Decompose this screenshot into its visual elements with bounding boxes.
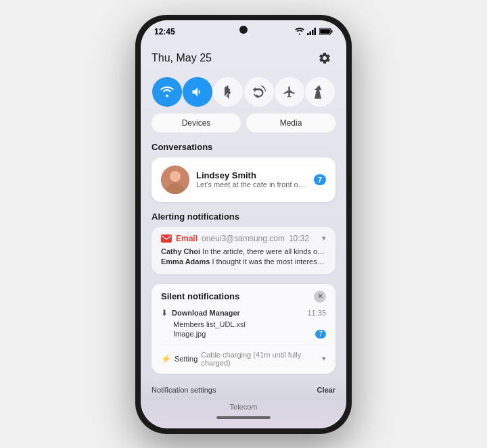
- file-name-1: Members list_UDL.xsl: [161, 320, 326, 328]
- signal-status-icon: [307, 28, 317, 35]
- gear-icon: [318, 51, 331, 65]
- bluetooth-toggle[interactable]: [213, 77, 243, 107]
- silent-section: Silent notifications ✕ ⬇ Download Manage…: [152, 284, 335, 374]
- close-silent-button[interactable]: ✕: [314, 291, 326, 303]
- svg-point-8: [170, 171, 181, 182]
- flashlight-toggle[interactable]: [305, 77, 335, 107]
- battery-status-icon: [319, 28, 333, 35]
- date-display: Thu, May 25: [152, 52, 212, 64]
- home-indicator[interactable]: [216, 416, 271, 419]
- email-icon: [161, 234, 172, 243]
- sound-toggle[interactable]: [183, 77, 212, 107]
- svg-rect-5: [331, 30, 333, 33]
- flashlight-toggle-icon: [315, 85, 325, 99]
- avatar: [161, 166, 189, 194]
- clear-button[interactable]: Clear: [317, 386, 335, 394]
- wifi-toggle[interactable]: [152, 77, 182, 107]
- message-preview: Let's meet at the cafe in front of the c…: [196, 180, 307, 189]
- email-address: oneui3@samsung.com: [202, 234, 285, 243]
- avatar-image: [161, 166, 189, 194]
- file-name-2: Image.jpg: [173, 330, 206, 338]
- setting-expand-icon[interactable]: ▾: [322, 354, 326, 363]
- quick-toggles: [152, 77, 335, 107]
- devices-tab[interactable]: Devices: [152, 114, 241, 132]
- home-area: Telecom: [141, 397, 346, 428]
- setting-label: Setting: [175, 355, 198, 363]
- file-count-badge: 7: [315, 330, 326, 339]
- setting-info: ⚡ Setting Cable charging (41m until full…: [161, 351, 322, 367]
- svg-rect-10: [162, 235, 171, 242]
- download-time: 11:35: [307, 309, 326, 317]
- silent-notification-card: Silent notifications ✕ ⬇ Download Manage…: [152, 284, 335, 374]
- contact-name: Lindsey Smith: [196, 170, 307, 180]
- rotation-toggle[interactable]: [244, 77, 274, 107]
- wifi-status-icon: [295, 28, 304, 35]
- email-header-row: Email oneui3@samsung.com 10:32 ▾: [161, 234, 326, 243]
- svg-rect-6: [320, 29, 330, 34]
- notification-settings-button[interactable]: Notification settings: [152, 386, 216, 394]
- alert-message-2: Emma Adams I thought it was the most int…: [161, 257, 326, 266]
- rotation-toggle-icon: [252, 85, 266, 99]
- alert-message-1: Cathy Choi In the article, there were al…: [161, 247, 326, 255]
- svg-rect-2: [312, 30, 314, 35]
- status-bar: 12:45: [141, 20, 346, 39]
- status-icons: [295, 28, 333, 35]
- phone-device: 12:45: [135, 15, 352, 434]
- notification-footer: Notification settings Clear: [141, 380, 346, 397]
- notch: [239, 26, 248, 34]
- file-row-2: Image.jpg 7: [161, 330, 326, 339]
- message-badge: 7: [314, 174, 326, 185]
- silent-title: Silent notifications: [161, 291, 239, 301]
- media-tab[interactable]: Media: [246, 114, 335, 132]
- download-row: ⬇ Download Manager 11:35: [161, 308, 326, 318]
- setting-row[interactable]: ⚡ Setting Cable charging (41m until full…: [161, 345, 326, 367]
- alerting-header: Alerting notifications: [152, 211, 335, 222]
- email-notification-card[interactable]: Email oneui3@samsung.com 10:32 ▾ Cathy C…: [152, 227, 335, 274]
- download-icon: ⬇: [161, 308, 168, 318]
- expand-icon[interactable]: ▾: [322, 234, 326, 243]
- download-app-name: Download Manager: [172, 309, 240, 317]
- email-time: 10:32: [289, 234, 309, 243]
- status-time: 12:45: [154, 27, 175, 36]
- setting-detail: Cable charging (41m until fully charged): [201, 351, 322, 367]
- airplane-toggle[interactable]: [275, 77, 304, 107]
- email-app-name: Email: [176, 234, 198, 243]
- charging-icon: ⚡: [161, 354, 171, 364]
- notification-panel[interactable]: Thu, May 25: [141, 39, 346, 397]
- sound-toggle-icon: [191, 85, 204, 99]
- conversations-section: Conversations Lindsey Smith Let's meet a…: [152, 142, 335, 202]
- phone-screen: 12:45: [141, 20, 346, 428]
- conversation-content: Lindsey Smith Let's meet at the cafe in …: [196, 170, 307, 189]
- conversation-card[interactable]: Lindsey Smith Let's meet at the cafe in …: [152, 157, 335, 202]
- bluetooth-toggle-icon: [223, 85, 233, 99]
- settings-button[interactable]: [314, 47, 335, 69]
- date-row: Thu, May 25: [152, 45, 335, 69]
- conversations-header: Conversations: [152, 142, 335, 152]
- airplane-toggle-icon: [283, 85, 296, 99]
- alerting-section: Alerting notifications Email oneui3@s: [152, 211, 335, 274]
- media-tabs: Devices Media: [152, 114, 335, 132]
- carrier-label: Telecom: [152, 403, 335, 411]
- svg-rect-1: [310, 32, 312, 36]
- silent-card-header: Silent notifications ✕: [161, 291, 326, 303]
- email-envelope-icon: [162, 235, 171, 242]
- svg-rect-0: [307, 33, 309, 35]
- svg-rect-3: [315, 28, 317, 35]
- email-app-label: Email oneui3@samsung.com 10:32: [161, 234, 309, 243]
- wifi-toggle-icon: [160, 86, 174, 97]
